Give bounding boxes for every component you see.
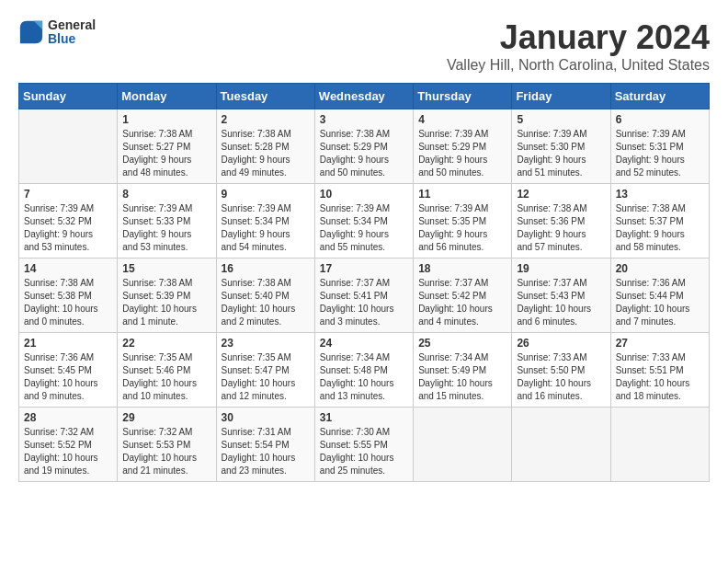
calendar-cell: 26Sunrise: 7:33 AMSunset: 5:50 PMDayligh… (512, 333, 610, 408)
day-info: Sunrise: 7:39 AMSunset: 5:34 PMDaylight:… (222, 202, 310, 254)
calendar-cell (414, 408, 512, 482)
day-info: Sunrise: 7:32 AMSunset: 5:52 PMDaylight:… (24, 426, 112, 477)
day-number: 29 (122, 411, 210, 424)
day-number: 24 (320, 337, 408, 350)
logo-general: General (48, 18, 96, 32)
calendar-cell: 1Sunrise: 7:38 AMSunset: 5:27 PMDaylight… (118, 109, 216, 184)
day-info: Sunrise: 7:39 AMSunset: 5:34 PMDaylight:… (320, 202, 408, 254)
day-info: Sunrise: 7:37 AMSunset: 5:43 PMDaylight:… (517, 277, 605, 328)
weekday-header-thursday: Thursday (414, 84, 512, 109)
weekday-header-sunday: Sunday (19, 84, 118, 109)
day-number: 8 (122, 188, 210, 201)
day-info: Sunrise: 7:36 AMSunset: 5:44 PMDaylight:… (616, 277, 704, 328)
day-number: 30 (222, 411, 310, 424)
calendar-cell: 8Sunrise: 7:39 AMSunset: 5:33 PMDaylight… (118, 184, 216, 259)
day-number: 13 (616, 188, 704, 201)
calendar-cell: 2Sunrise: 7:38 AMSunset: 5:28 PMDaylight… (216, 109, 314, 184)
calendar-cell: 14Sunrise: 7:38 AMSunset: 5:38 PMDayligh… (19, 259, 118, 333)
day-number: 9 (222, 188, 310, 201)
day-info: Sunrise: 7:38 AMSunset: 5:28 PMDaylight:… (222, 128, 310, 179)
calendar-week-2: 7Sunrise: 7:39 AMSunset: 5:32 PMDaylight… (19, 184, 710, 259)
logo: General Blue (18, 18, 96, 47)
day-info: Sunrise: 7:39 AMSunset: 5:31 PMDaylight:… (616, 128, 704, 179)
weekday-header-wednesday: Wednesday (314, 84, 413, 109)
calendar-header: SundayMondayTuesdayWednesdayThursdayFrid… (19, 84, 710, 109)
calendar-table: SundayMondayTuesdayWednesdayThursdayFrid… (18, 83, 710, 482)
calendar-week-1: 1Sunrise: 7:38 AMSunset: 5:27 PMDaylight… (19, 109, 710, 184)
day-info: Sunrise: 7:34 AMSunset: 5:48 PMDaylight:… (320, 351, 408, 403)
day-info: Sunrise: 7:32 AMSunset: 5:53 PMDaylight:… (122, 426, 210, 477)
calendar-cell: 21Sunrise: 7:36 AMSunset: 5:45 PMDayligh… (19, 333, 118, 408)
calendar-cell: 15Sunrise: 7:38 AMSunset: 5:39 PMDayligh… (118, 259, 216, 333)
day-info: Sunrise: 7:38 AMSunset: 5:40 PMDaylight:… (222, 277, 310, 328)
day-info: Sunrise: 7:35 AMSunset: 5:47 PMDaylight:… (222, 351, 310, 403)
day-number: 7 (24, 188, 112, 201)
day-info: Sunrise: 7:39 AMSunset: 5:29 PMDaylight:… (418, 128, 506, 179)
logo-blue: Blue (48, 32, 96, 46)
calendar-cell: 27Sunrise: 7:33 AMSunset: 5:51 PMDayligh… (610, 333, 709, 408)
day-number: 23 (222, 337, 310, 350)
day-number: 20 (616, 262, 704, 275)
day-info: Sunrise: 7:37 AMSunset: 5:42 PMDaylight:… (418, 277, 506, 328)
logo-icon (18, 19, 44, 45)
day-info: Sunrise: 7:35 AMSunset: 5:46 PMDaylight:… (122, 351, 210, 403)
calendar-cell: 30Sunrise: 7:31 AMSunset: 5:54 PMDayligh… (216, 408, 314, 482)
calendar-cell: 20Sunrise: 7:36 AMSunset: 5:44 PMDayligh… (610, 259, 709, 333)
day-number: 4 (418, 113, 506, 126)
calendar-cell: 3Sunrise: 7:38 AMSunset: 5:29 PMDaylight… (314, 109, 413, 184)
weekday-header-tuesday: Tuesday (216, 84, 314, 109)
day-number: 10 (320, 188, 408, 201)
calendar-cell: 29Sunrise: 7:32 AMSunset: 5:53 PMDayligh… (118, 408, 216, 482)
day-number: 3 (320, 113, 408, 126)
calendar-cell: 11Sunrise: 7:39 AMSunset: 5:35 PMDayligh… (414, 184, 512, 259)
day-number: 21 (24, 337, 112, 350)
calendar-cell: 19Sunrise: 7:37 AMSunset: 5:43 PMDayligh… (512, 259, 610, 333)
calendar-cell: 10Sunrise: 7:39 AMSunset: 5:34 PMDayligh… (314, 184, 413, 259)
calendar-cell: 16Sunrise: 7:38 AMSunset: 5:40 PMDayligh… (216, 259, 314, 333)
calendar-cell: 25Sunrise: 7:34 AMSunset: 5:49 PMDayligh… (414, 333, 512, 408)
calendar-cell (512, 408, 610, 482)
day-info: Sunrise: 7:38 AMSunset: 5:27 PMDaylight:… (122, 128, 210, 179)
day-number: 14 (24, 262, 112, 275)
calendar-cell (610, 408, 709, 482)
page-subtitle: Valley Hill, North Carolina, United Stat… (447, 57, 710, 74)
day-info: Sunrise: 7:33 AMSunset: 5:51 PMDaylight:… (616, 351, 704, 403)
calendar-cell: 5Sunrise: 7:39 AMSunset: 5:30 PMDaylight… (512, 109, 610, 184)
calendar-cell: 13Sunrise: 7:38 AMSunset: 5:37 PMDayligh… (610, 184, 709, 259)
day-number: 25 (418, 337, 506, 350)
day-info: Sunrise: 7:39 AMSunset: 5:30 PMDaylight:… (517, 128, 605, 179)
calendar-cell: 31Sunrise: 7:30 AMSunset: 5:55 PMDayligh… (314, 408, 413, 482)
calendar-cell: 18Sunrise: 7:37 AMSunset: 5:42 PMDayligh… (414, 259, 512, 333)
day-info: Sunrise: 7:38 AMSunset: 5:29 PMDaylight:… (320, 128, 408, 179)
calendar-cell: 28Sunrise: 7:32 AMSunset: 5:52 PMDayligh… (19, 408, 118, 482)
calendar-body: 1Sunrise: 7:38 AMSunset: 5:27 PMDaylight… (19, 109, 710, 482)
day-info: Sunrise: 7:38 AMSunset: 5:36 PMDaylight:… (517, 202, 605, 254)
calendar-cell: 12Sunrise: 7:38 AMSunset: 5:36 PMDayligh… (512, 184, 610, 259)
day-number: 16 (222, 262, 310, 275)
calendar-cell: 6Sunrise: 7:39 AMSunset: 5:31 PMDaylight… (610, 109, 709, 184)
day-info: Sunrise: 7:39 AMSunset: 5:32 PMDaylight:… (24, 202, 112, 254)
day-info: Sunrise: 7:33 AMSunset: 5:50 PMDaylight:… (517, 351, 605, 403)
day-number: 31 (320, 411, 408, 424)
page-title: January 2024 (447, 18, 710, 57)
calendar-cell: 23Sunrise: 7:35 AMSunset: 5:47 PMDayligh… (216, 333, 314, 408)
weekday-header-monday: Monday (118, 84, 216, 109)
day-number: 26 (517, 337, 605, 350)
day-info: Sunrise: 7:38 AMSunset: 5:37 PMDaylight:… (616, 202, 704, 254)
day-number: 5 (517, 113, 605, 126)
day-number: 12 (517, 188, 605, 201)
day-number: 22 (122, 337, 210, 350)
calendar-cell: 17Sunrise: 7:37 AMSunset: 5:41 PMDayligh… (314, 259, 413, 333)
day-info: Sunrise: 7:36 AMSunset: 5:45 PMDaylight:… (24, 351, 112, 403)
calendar-week-4: 21Sunrise: 7:36 AMSunset: 5:45 PMDayligh… (19, 333, 710, 408)
day-number: 18 (418, 262, 506, 275)
day-info: Sunrise: 7:39 AMSunset: 5:35 PMDaylight:… (418, 202, 506, 254)
calendar-cell: 7Sunrise: 7:39 AMSunset: 5:32 PMDaylight… (19, 184, 118, 259)
day-number: 15 (122, 262, 210, 275)
weekday-row: SundayMondayTuesdayWednesdayThursdayFrid… (19, 84, 710, 109)
calendar-cell (19, 109, 118, 184)
day-info: Sunrise: 7:34 AMSunset: 5:49 PMDaylight:… (418, 351, 506, 403)
calendar-cell: 4Sunrise: 7:39 AMSunset: 5:29 PMDaylight… (414, 109, 512, 184)
day-number: 19 (517, 262, 605, 275)
page-header: General Blue January 2024 Valley Hill, N… (18, 18, 710, 74)
